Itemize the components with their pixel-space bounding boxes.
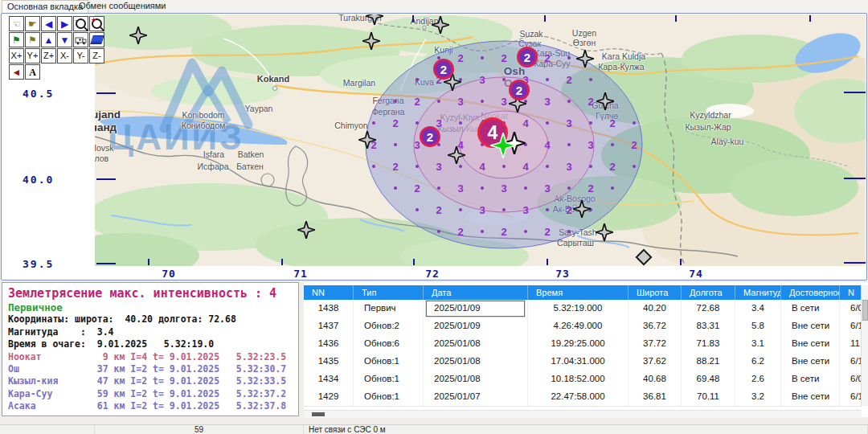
- table-cell[interactable]: Вне сети: [781, 388, 840, 406]
- column-header-широта[interactable]: Широта: [628, 285, 682, 300]
- column-header-время[interactable]: Время: [528, 285, 628, 300]
- y-plus-button[interactable]: Y+: [25, 48, 40, 63]
- table-cell[interactable]: 6.2: [735, 353, 781, 371]
- z-minus-button[interactable]: Z-: [89, 48, 104, 63]
- table-cell[interactable]: 69.48: [682, 371, 735, 388]
- table-cell[interactable]: 36.81: [628, 388, 682, 406]
- table-row[interactable]: 1435Обнов:12025/01/0817.04:31.00037.6288…: [304, 353, 862, 371]
- column-header-достоверност[interactable]: Достоверност: [781, 285, 840, 300]
- table-cell[interactable]: 17.04:31.000: [528, 353, 628, 371]
- table-cell[interactable]: В сети: [781, 371, 840, 388]
- table-cell[interactable]: 1437: [304, 317, 354, 335]
- x-minus-button[interactable]: X-: [57, 48, 72, 63]
- table-cell[interactable]: Обнов:1: [354, 388, 424, 406]
- vertical-scroll-thumb[interactable]: [862, 300, 868, 321]
- table-cell[interactable]: Вне сети: [781, 353, 840, 371]
- pan-right-icon[interactable]: ▶: [57, 16, 72, 31]
- table-cell[interactable]: Первич: [354, 300, 424, 317]
- table-cell[interactable]: Вне сети: [781, 317, 840, 335]
- table-cell[interactable]: 4.26:49.000: [528, 317, 628, 335]
- zoom-out-icon[interactable]: -: [73, 16, 88, 31]
- table-cell[interactable]: 2025/01/08: [424, 335, 528, 353]
- table-cell[interactable]: 3.1: [735, 335, 781, 353]
- status-cell-1: [0, 425, 95, 434]
- table-cell[interactable]: 40.20: [628, 300, 682, 317]
- zoom-in-icon[interactable]: +: [89, 16, 104, 31]
- table-cell[interactable]: 2025/01/09: [424, 317, 528, 335]
- table-cell[interactable]: 6/1: [840, 388, 862, 406]
- table-row[interactable]: 1437Обнов:22025/01/094.26:49.00036.7283.…: [304, 317, 862, 336]
- station-diamond-icon: [635, 248, 653, 266]
- table-cell[interactable]: 2025/01/07: [424, 388, 528, 406]
- table-cell[interactable]: Обнов:1: [354, 353, 424, 371]
- table-row[interactable]: 1438Первич2025/01/095.32:19.00040.2072.6…: [304, 300, 862, 318]
- table-cell[interactable]: 3.2: [735, 388, 781, 406]
- pan-up-icon[interactable]: ▲: [41, 32, 56, 47]
- horizontal-scrollbar[interactable]: [304, 410, 862, 418]
- vertical-scrollbar[interactable]: [861, 285, 868, 406]
- horizontal-scroll-thumb[interactable]: [312, 412, 325, 416]
- table-cell[interactable]: 5.8: [735, 317, 781, 335]
- column-header-дата[interactable]: Дата: [424, 285, 528, 300]
- drag-hand-icon[interactable]: ☛: [25, 16, 40, 31]
- flag-icon[interactable]: ⚑: [9, 32, 24, 47]
- table-cell[interactable]: 6/1: [840, 353, 862, 371]
- table-cell[interactable]: 5.32:19.000: [528, 300, 628, 317]
- eraser-icon[interactable]: [89, 32, 104, 47]
- select-hand-icon[interactable]: ☜: [9, 16, 24, 31]
- table-cell[interactable]: 37.62: [628, 353, 682, 371]
- table-cell[interactable]: 1435: [304, 353, 354, 371]
- column-header-тип[interactable]: Тип: [354, 285, 424, 300]
- table-cell[interactable]: 40.68: [628, 371, 682, 388]
- longitude-axis-label: 71: [293, 268, 308, 280]
- table-cell[interactable]: В сети: [781, 300, 840, 317]
- table-cell[interactable]: 37.72: [628, 335, 682, 353]
- table-cell[interactable]: 1436: [304, 335, 354, 353]
- axis-tick: [809, 15, 811, 22]
- back-arrow-button[interactable]: ◄: [9, 64, 24, 80]
- ambulance-icon[interactable]: [73, 32, 88, 47]
- table-cell[interactable]: 83.31: [682, 317, 735, 335]
- column-header-n[interactable]: N: [840, 285, 862, 300]
- table-row[interactable]: 1436Обнов:62025/01/0819.29:25.00037.7271…: [304, 335, 862, 354]
- map-canvas[interactable]: ЦАИИЗ TurakurgonAndijanKunjiKokandYaypan…: [95, 14, 866, 266]
- table-cell[interactable]: 36.72: [628, 317, 682, 335]
- column-header-магнитуда[interactable]: Магнитуда: [735, 285, 781, 300]
- table-cell[interactable]: Обнов:6: [354, 335, 424, 353]
- table-cell[interactable]: 6/0: [840, 300, 862, 317]
- seismic-station-icon: [362, 32, 380, 53]
- table-cell[interactable]: 2025/01/08: [424, 353, 528, 371]
- table-cell[interactable]: 1429: [304, 388, 354, 406]
- table-cell[interactable]: 10.18:52.000: [528, 371, 628, 388]
- table-cell[interactable]: 11.: [840, 335, 862, 353]
- pan-down-icon[interactable]: ▼: [57, 32, 72, 47]
- table-cell[interactable]: 71.83: [682, 335, 735, 353]
- table-row[interactable]: 1429Обнов:12025/01/0722.47:58.00036.8170…: [304, 388, 862, 407]
- tab-2[interactable]: Обмен сообщениями: [74, 0, 171, 13]
- table-cell[interactable]: Вне сети: [781, 335, 840, 353]
- table-cell[interactable]: 22.47:58.000: [528, 388, 628, 406]
- table-cell[interactable]: 70.11: [682, 388, 735, 406]
- table-cell[interactable]: 2.6: [735, 371, 781, 388]
- column-header-долгота[interactable]: Долгота: [682, 285, 735, 300]
- table-cell[interactable]: 3.4: [735, 300, 781, 317]
- table-cell[interactable]: 2025/01/09: [424, 300, 528, 317]
- x-plus-button[interactable]: X+: [9, 48, 24, 63]
- table-cell[interactable]: 1438: [304, 300, 354, 317]
- table-cell[interactable]: 19.29:25.000: [528, 335, 628, 353]
- pan-left-icon[interactable]: ◀: [41, 16, 56, 31]
- table-cell[interactable]: Обнов:2: [354, 317, 424, 335]
- table-cell[interactable]: 6/1: [840, 317, 862, 335]
- table-cell[interactable]: 1434: [304, 371, 354, 388]
- flag-alt-icon[interactable]: ⚑: [25, 32, 40, 47]
- table-cell[interactable]: 72.68: [682, 300, 735, 317]
- column-header-nn[interactable]: NN: [304, 285, 354, 300]
- z-plus-button[interactable]: Z+: [41, 48, 56, 63]
- y-minus-button[interactable]: Y-: [73, 48, 88, 63]
- table-row[interactable]: 1434Обнов:12025/01/0810.18:52.00040.6869…: [304, 371, 862, 389]
- table-cell[interactable]: 88.21: [682, 353, 735, 371]
- table-cell[interactable]: Обнов:1: [354, 371, 424, 388]
- label-a-button[interactable]: A: [25, 64, 40, 80]
- table-cell[interactable]: 2025/01/08: [424, 371, 528, 388]
- table-cell[interactable]: 6/0: [840, 371, 862, 388]
